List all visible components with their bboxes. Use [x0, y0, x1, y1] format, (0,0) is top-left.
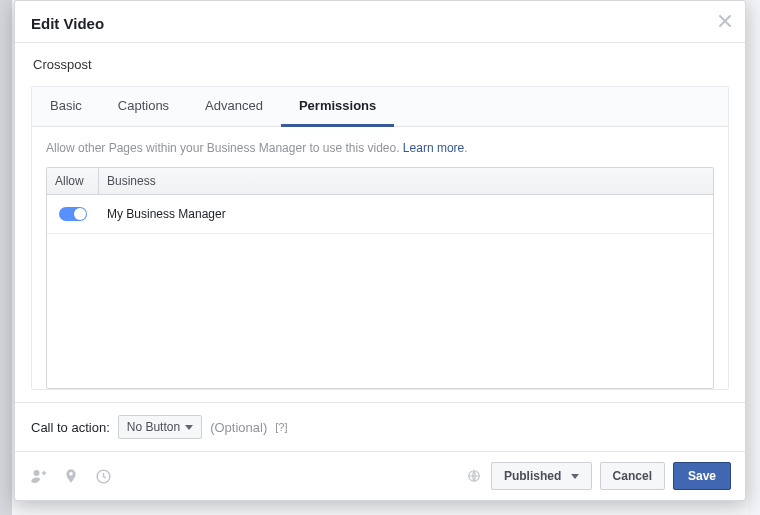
background-strip-left — [0, 0, 12, 515]
column-header-allow: Allow — [47, 168, 99, 194]
chevron-down-icon — [571, 474, 579, 479]
tab-advanced[interactable]: Advanced — [187, 87, 281, 126]
tab-permissions[interactable]: Permissions — [281, 87, 394, 127]
crosspost-heading: Crosspost — [31, 43, 729, 86]
tag-people-icon[interactable] — [29, 467, 47, 485]
business-cell: My Business Manager — [99, 195, 713, 233]
tab-basic[interactable]: Basic — [32, 87, 100, 126]
column-header-business: Business — [99, 168, 713, 194]
save-button[interactable]: Save — [673, 462, 731, 490]
crosspost-card: Basic Captions Advanced Permissions Allo… — [31, 86, 729, 390]
cta-optional-text: (Optional) — [210, 420, 267, 435]
published-dropdown[interactable]: Published — [491, 462, 592, 490]
chevron-down-icon — [185, 425, 193, 430]
globe-icon[interactable] — [467, 469, 481, 483]
cta-select[interactable]: No Button — [118, 415, 202, 439]
cancel-button[interactable]: Cancel — [600, 462, 665, 490]
location-icon[interactable] — [63, 467, 79, 485]
permissions-hint: Allow other Pages within your Business M… — [46, 141, 714, 155]
allow-toggle[interactable] — [59, 207, 87, 221]
background-strip-right — [748, 0, 760, 515]
modal-footer: Published Cancel Save — [15, 451, 745, 500]
hint-text: Allow other Pages within your Business M… — [46, 141, 403, 155]
cta-label: Call to action: — [31, 420, 110, 435]
cta-bar: Call to action: No Button (Optional) [?] — [15, 402, 745, 451]
edit-video-modal: Edit Video Crosspost Basic Captions Adva… — [14, 0, 746, 501]
permissions-table-header: Allow Business — [47, 168, 713, 195]
allow-cell — [47, 195, 99, 233]
modal-title: Edit Video — [31, 15, 729, 32]
published-label: Published — [504, 469, 561, 483]
clock-icon[interactable] — [95, 468, 112, 485]
modal-header: Edit Video — [15, 1, 745, 43]
learn-more-link[interactable]: Learn more — [403, 141, 464, 155]
table-row: My Business Manager — [47, 195, 713, 234]
permissions-content: Allow other Pages within your Business M… — [32, 127, 728, 389]
permissions-table: Allow Business My Business Manager — [46, 167, 714, 389]
close-icon[interactable] — [717, 13, 733, 29]
tab-captions[interactable]: Captions — [100, 87, 187, 126]
footer-icon-group — [29, 467, 112, 485]
modal-body: Crosspost Basic Captions Advanced Permis… — [15, 43, 745, 402]
cta-select-value: No Button — [127, 420, 180, 434]
tab-bar: Basic Captions Advanced Permissions — [32, 87, 728, 127]
help-icon[interactable]: [?] — [275, 421, 287, 433]
app-backdrop: Edit Video Crosspost Basic Captions Adva… — [0, 0, 760, 515]
